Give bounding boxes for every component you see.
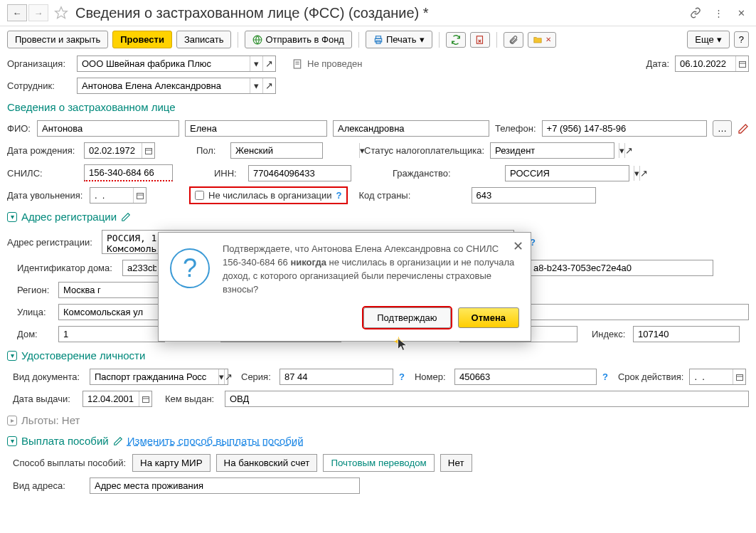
confirm-button[interactable]: Подтверждаю: [363, 307, 450, 328]
close-icon[interactable]: ✕: [513, 238, 523, 254]
cancel-button[interactable]: Отмена: [458, 307, 519, 328]
dialog-text: Подтверждаете, что Антонова Елена Алекса…: [223, 243, 519, 296]
cursor-icon: [396, 337, 410, 352]
question-icon: ?: [170, 248, 210, 288]
dialog-overlay: ✕ ? Подтверждаете, что Антонова Елена Ал…: [0, 0, 756, 533]
confirm-dialog: ✕ ? Подтверждаете, что Антонова Елена Ал…: [158, 232, 531, 342]
